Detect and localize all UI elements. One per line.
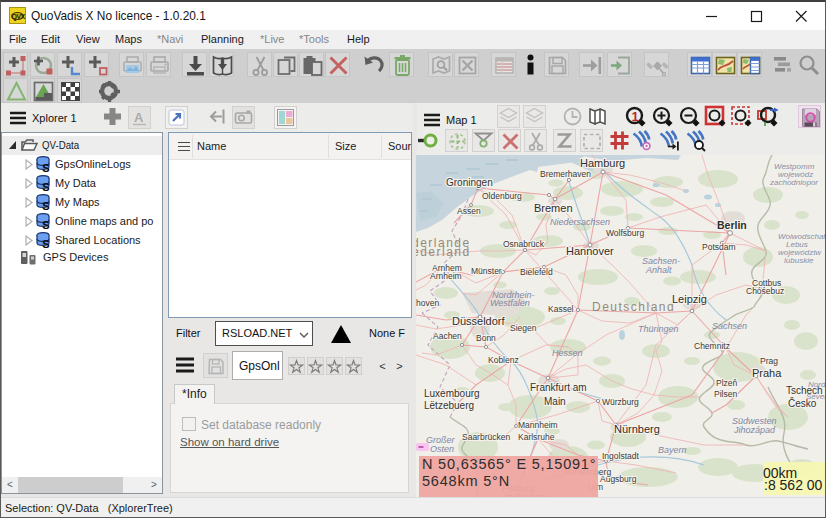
svg-text:Potsdam: Potsdam bbox=[702, 242, 736, 252]
svg-text:Bielefeld: Bielefeld bbox=[520, 267, 553, 277]
svg-text:Koblenz: Koblenz bbox=[488, 355, 519, 365]
svg-text:Osnabrück: Osnabrück bbox=[503, 239, 545, 249]
svg-text:Praha: Praha bbox=[752, 367, 782, 379]
svg-text:zachodniopor: zachodniopor bbox=[769, 178, 818, 187]
svg-text:Bonn: Bonn bbox=[476, 333, 496, 343]
svg-text:Ingolstadt: Ingolstadt bbox=[602, 451, 639, 461]
svg-text:Düsseldorf: Düsseldorf bbox=[452, 315, 506, 327]
svg-text:Jihozápad: Jihozápad bbox=[733, 425, 776, 435]
svg-text:Plzeň: Plzeň bbox=[716, 378, 738, 388]
svg-text:Groningen: Groningen bbox=[446, 177, 493, 188]
svg-text:Deutschland: Deutschland bbox=[592, 300, 675, 314]
svg-text:Sachsen: Sachsen bbox=[712, 321, 747, 331]
svg-text:Severoz: Severoz bbox=[806, 392, 826, 401]
svg-text:1: 1 bbox=[632, 109, 639, 124]
svg-text:Main: Main bbox=[544, 396, 566, 407]
svg-text:Nordi: Nordi bbox=[808, 380, 826, 389]
svg-text:Siegen: Siegen bbox=[510, 323, 537, 333]
svg-text:Hessen: Hessen bbox=[552, 348, 583, 358]
svg-text:Frankfurt am: Frankfurt am bbox=[530, 382, 587, 393]
svg-text:Thüringen: Thüringen bbox=[638, 324, 679, 334]
svg-text:Prag: Prag bbox=[760, 356, 778, 366]
svg-text:Anhalt: Anhalt bbox=[645, 265, 672, 275]
svg-text:Wolfsburg: Wolfsburg bbox=[606, 228, 644, 238]
svg-text:ederland: ederland bbox=[416, 245, 471, 259]
svg-text:Kassel: Kassel bbox=[548, 304, 574, 314]
svg-text:Münster: Münster bbox=[471, 266, 502, 276]
svg-text:lubuskie: lubuskie bbox=[784, 256, 814, 265]
svg-text:Bayern: Bayern bbox=[658, 445, 687, 455]
svg-text:Berlin: Berlin bbox=[717, 219, 747, 231]
svg-text:Hamburg: Hamburg bbox=[580, 157, 625, 169]
svg-text:Arnheim: Arnheim bbox=[430, 271, 462, 281]
svg-text:Leipzig: Leipzig bbox=[672, 293, 707, 305]
svg-text:Nürnberg: Nürnberg bbox=[614, 423, 660, 435]
svg-text:Chemnitz: Chemnitz bbox=[694, 341, 730, 351]
svg-text:A: A bbox=[134, 110, 144, 125]
svg-text:5648km 5°N: 5648km 5°N bbox=[422, 473, 510, 489]
svg-text:Lëtzebuerg: Lëtzebuerg bbox=[424, 400, 474, 411]
svg-text:Aachen: Aachen bbox=[433, 331, 462, 341]
svg-text::8 562 00: :8 562 00 bbox=[764, 477, 823, 493]
svg-text:Mannheim: Mannheim bbox=[518, 420, 558, 430]
svg-text:Niedersachsen: Niedersachsen bbox=[550, 217, 610, 227]
svg-text:Luxembourg: Luxembourg bbox=[424, 388, 480, 399]
svg-text:Assen: Assen bbox=[457, 206, 481, 216]
svg-text:Karlsruhe: Karlsruhe bbox=[518, 432, 555, 442]
svg-text:Hannover: Hannover bbox=[566, 245, 614, 257]
svg-text:Oldenburg: Oldenburg bbox=[482, 191, 522, 201]
svg-text:Würzburg: Würzburg bbox=[602, 397, 639, 407]
svg-text:N 50,63565° E 5,15091°: N 50,63565° E 5,15091° bbox=[422, 456, 596, 472]
svg-text:Bremerhaven: Bremerhaven bbox=[540, 169, 591, 179]
svg-text:Bremen: Bremen bbox=[534, 202, 573, 214]
svg-text:Osten: Osten bbox=[430, 444, 454, 454]
svg-text:Chóśebuz: Chóśebuz bbox=[746, 286, 784, 296]
svg-text:hoven: hoven bbox=[416, 298, 439, 308]
svg-text:Pilsen: Pilsen bbox=[714, 389, 737, 399]
svg-text:Westfalen: Westfalen bbox=[490, 298, 530, 308]
svg-text:Saarbrücken: Saarbrücken bbox=[462, 432, 510, 442]
